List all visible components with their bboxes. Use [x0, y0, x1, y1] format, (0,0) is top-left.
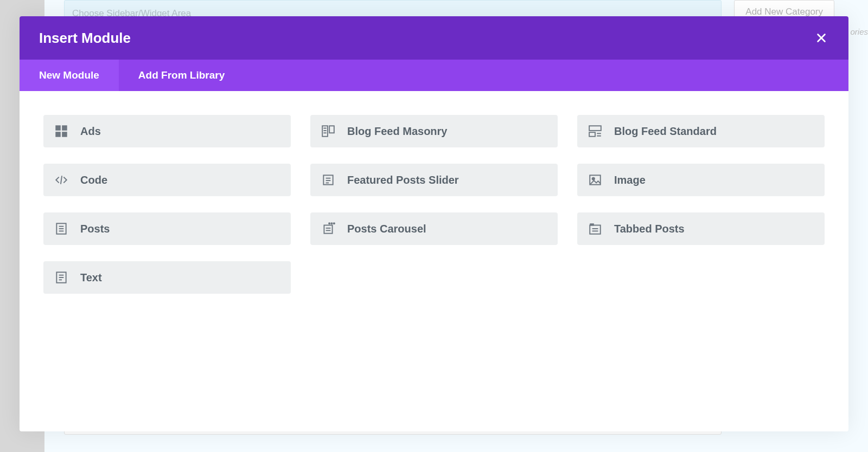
carousel-icon [320, 221, 336, 237]
module-label: Blog Feed Standard [614, 125, 717, 138]
svg-rect-0 [56, 126, 60, 130]
close-button[interactable] [814, 30, 829, 46]
module-posts-carousel[interactable]: Posts Carousel [310, 212, 558, 245]
module-label: Featured Posts Slider [347, 174, 459, 186]
svg-rect-9 [589, 126, 601, 131]
module-label: Blog Feed Masonry [347, 125, 447, 138]
modal-header: Insert Module [20, 16, 848, 60]
svg-line-13 [61, 176, 62, 184]
module-featured-posts-slider[interactable]: Featured Posts Slider [310, 164, 558, 196]
svg-point-29 [334, 223, 335, 224]
grid-icon [53, 123, 69, 139]
module-code[interactable]: Code [43, 164, 291, 196]
tab-label: New Module [39, 69, 99, 81]
svg-rect-31 [590, 223, 594, 225]
bg-text-fragment: ories [850, 27, 868, 36]
svg-rect-10 [589, 132, 595, 137]
tab-label: Add From Library [138, 69, 225, 81]
svg-point-27 [329, 223, 330, 224]
module-label: Posts Carousel [347, 223, 426, 235]
svg-rect-4 [322, 126, 328, 137]
svg-rect-30 [590, 225, 601, 234]
masonry-icon [320, 123, 336, 139]
module-blog-feed-masonry[interactable]: Blog Feed Masonry [310, 115, 558, 147]
add-new-category-label: Add New Category [745, 7, 823, 17]
code-icon [53, 172, 69, 188]
slider-icon [320, 172, 336, 188]
insert-module-modal: Insert Module New Module Add From Librar… [20, 16, 848, 431]
svg-rect-3 [62, 132, 67, 137]
close-icon [815, 32, 827, 44]
module-grid: Ads Blog Feed Masonry Blog Feed Standard… [43, 115, 825, 294]
module-text[interactable]: Text [43, 261, 291, 294]
module-label: Posts [80, 223, 110, 235]
tabbed-icon [587, 221, 603, 237]
svg-rect-24 [324, 225, 332, 234]
modal-tabs: New Module Add From Library [20, 60, 848, 91]
modal-body: Ads Blog Feed Masonry Blog Feed Standard… [20, 91, 848, 431]
feed-icon [587, 123, 603, 139]
module-posts[interactable]: Posts [43, 212, 291, 245]
module-blog-feed-standard[interactable]: Blog Feed Standard [577, 115, 825, 147]
svg-rect-1 [62, 126, 67, 130]
post-icon [53, 221, 69, 237]
module-image[interactable]: Image [577, 164, 825, 196]
module-label: Code [80, 174, 107, 186]
module-ads[interactable]: Ads [43, 115, 291, 147]
module-tabbed-posts[interactable]: Tabbed Posts [577, 212, 825, 245]
svg-rect-2 [56, 132, 60, 137]
module-label: Ads [80, 125, 101, 138]
tab-add-from-library[interactable]: Add From Library [119, 60, 244, 91]
modal-title: Insert Module [39, 30, 131, 47]
module-label: Image [614, 174, 646, 186]
image-icon [587, 172, 603, 188]
svg-point-19 [592, 178, 595, 180]
svg-point-28 [331, 223, 332, 224]
module-label: Tabbed Posts [614, 223, 685, 235]
tab-new-module[interactable]: New Module [20, 60, 119, 91]
svg-rect-8 [329, 126, 334, 133]
module-label: Text [80, 272, 102, 284]
text-icon [53, 269, 69, 286]
